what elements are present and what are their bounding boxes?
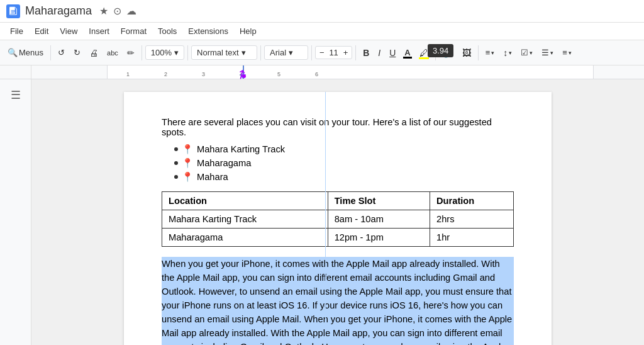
menu-bar: File Edit View Insert Format Tools Exten…: [0, 23, 644, 40]
separator-3: [187, 45, 188, 60]
ruler-mark-3: 3: [202, 71, 205, 77]
font-size-control: − 11 +: [315, 46, 352, 59]
ruler: 1 2 3 4 5 6 ↗: [31, 65, 644, 79]
favorite-icon[interactable]: ★: [99, 5, 108, 17]
document-area[interactable]: There are several places you can visit o…: [31, 79, 644, 345]
table-cell-location-2: Maharagama: [162, 229, 328, 247]
main-area: ☰ There are several places you can visit…: [0, 79, 644, 345]
undo-button[interactable]: ↺: [54, 45, 69, 60]
menu-insert[interactable]: Insert: [84, 25, 114, 37]
line-spacing-button[interactable]: ↕▾: [499, 45, 516, 60]
margin-dot: [242, 74, 246, 78]
sidebar: ☰: [0, 79, 31, 345]
location-icon-1: 📍: [182, 144, 193, 155]
separator-6: [355, 45, 356, 60]
bullet-dot-3: [174, 175, 178, 179]
spellcheck-button[interactable]: abc: [103, 47, 122, 59]
list-item-3: 📍 Mahara: [174, 171, 514, 183]
menu-extensions[interactable]: Extensions: [183, 25, 233, 37]
style-select[interactable]: Normal text ▾: [191, 45, 257, 60]
print-button[interactable]: 🖨: [86, 45, 102, 60]
style-arrow-icon: ▾: [242, 48, 246, 57]
ruler-tooltip: 3.94: [428, 44, 453, 57]
menu-edit[interactable]: Edit: [30, 25, 53, 37]
menus-button[interactable]: 🔍 Menus: [4, 45, 47, 60]
text-color-button[interactable]: A: [401, 45, 414, 60]
zoom-value: 100%: [151, 48, 172, 57]
location-name-3: Mahara: [197, 172, 228, 182]
font-select[interactable]: Arial ▾: [264, 45, 308, 60]
intro-paragraph: There are several places you can visit o…: [162, 117, 514, 137]
menu-format[interactable]: Format: [116, 25, 152, 37]
list-item-1: 📍 Mahara Karting Track: [174, 144, 514, 155]
table-cell-duration-2: 1hr: [430, 229, 514, 247]
underline-button[interactable]: U: [386, 45, 399, 60]
text-color-swatch: [403, 57, 412, 59]
table-cell-location-1: Mahara Karting Track: [162, 210, 328, 229]
font-size-decrease-button[interactable]: −: [318, 48, 326, 57]
selected-text-block[interactable]: When you get your iPhone, it comes with …: [162, 257, 514, 345]
list-item-2: 📍 Maharagama: [174, 157, 514, 169]
numbered-list-button[interactable]: ≡▾: [558, 45, 575, 60]
separator-4: [260, 45, 261, 60]
toolbar: 🔍 Menus ↺ ↻ 🖨 abc ✏ 100% ▾ Normal text ▾…: [0, 40, 644, 65]
ruler-doc-area: 1 2 3 4 5 6: [107, 65, 594, 79]
italic-button[interactable]: I: [374, 45, 384, 60]
document-title[interactable]: Maharagama: [25, 4, 92, 18]
location-icon-2: 📍: [182, 157, 193, 169]
bullet-list-button[interactable]: ☰▾: [538, 45, 557, 60]
zoom-arrow-icon: ▾: [174, 48, 179, 57]
insert-image-button[interactable]: 🖼: [458, 45, 475, 60]
highlight-color-swatch: [419, 57, 429, 59]
alignment-button[interactable]: ≡▾: [482, 45, 499, 60]
menu-file[interactable]: File: [5, 25, 28, 37]
docs-icon: [6, 4, 20, 18]
table-header-duration: Duration: [430, 192, 514, 210]
ruler-mark-1: 1: [126, 71, 130, 77]
menu-tools[interactable]: Tools: [153, 25, 182, 37]
paint-format-button[interactable]: ✏: [123, 45, 138, 60]
table-header-location: Location: [162, 192, 328, 210]
bold-button[interactable]: B: [359, 45, 373, 60]
document-page: There are several places you can visit o…: [124, 92, 552, 345]
ruler-marks: 1 2 3 4 5 6: [108, 65, 593, 79]
font-value: Arial: [270, 48, 286, 57]
separator-1: [50, 45, 51, 60]
table-header-timeslot: Time Slot: [328, 192, 430, 210]
separator-2: [142, 45, 142, 60]
text-color-label: A: [404, 48, 410, 57]
style-value: Normal text: [197, 48, 238, 57]
font-size-value[interactable]: 11: [327, 48, 341, 57]
menu-help[interactable]: Help: [235, 25, 262, 37]
table-cell-timeslot-1: 8am - 10am: [328, 210, 430, 229]
separator-8: [478, 45, 479, 60]
font-arrow-icon: ▾: [289, 48, 293, 57]
ruler-sidebar-spacer: [0, 65, 31, 79]
highlight-icon: 🖊: [419, 48, 428, 58]
checklist-button[interactable]: ☑▾: [517, 45, 536, 60]
ruler-mark-5: 5: [277, 71, 280, 77]
location-table: Location Time Slot Duration Mahara Karti…: [162, 191, 514, 247]
table-row-1: Mahara Karting Track 8am - 10am 2hrs: [162, 210, 514, 229]
outline-icon[interactable]: ☰: [8, 86, 23, 105]
cloud-icon[interactable]: ☁: [126, 5, 136, 17]
menu-view[interactable]: View: [55, 25, 82, 37]
table-cell-timeslot-2: 12pm - 1pm: [328, 229, 430, 247]
title-action-icons: ★ ⊙ ☁: [99, 5, 136, 17]
history-icon[interactable]: ⊙: [113, 5, 121, 17]
zoom-select[interactable]: 100% ▾: [145, 45, 184, 60]
table-cell-duration-1: 2hrs: [430, 210, 514, 229]
location-list: 📍 Mahara Karting Track 📍 Maharagama 📍 Ma…: [162, 144, 514, 183]
ruler-mark-6: 6: [315, 71, 318, 77]
location-name-2: Maharagama: [197, 158, 251, 168]
bullet-dot-1: [174, 147, 178, 151]
bullet-dot-2: [174, 161, 178, 165]
margin-column-line: [325, 92, 326, 345]
location-name-1: Mahara Karting Track: [197, 144, 285, 154]
font-size-increase-button[interactable]: +: [342, 48, 350, 57]
search-icon: 🔍: [8, 48, 18, 57]
table-row-2: Maharagama 12pm - 1pm 1hr: [162, 229, 514, 247]
ruler-mark-2: 2: [164, 71, 167, 77]
redo-button[interactable]: ↻: [70, 45, 84, 60]
location-icon-3: 📍: [182, 171, 193, 183]
